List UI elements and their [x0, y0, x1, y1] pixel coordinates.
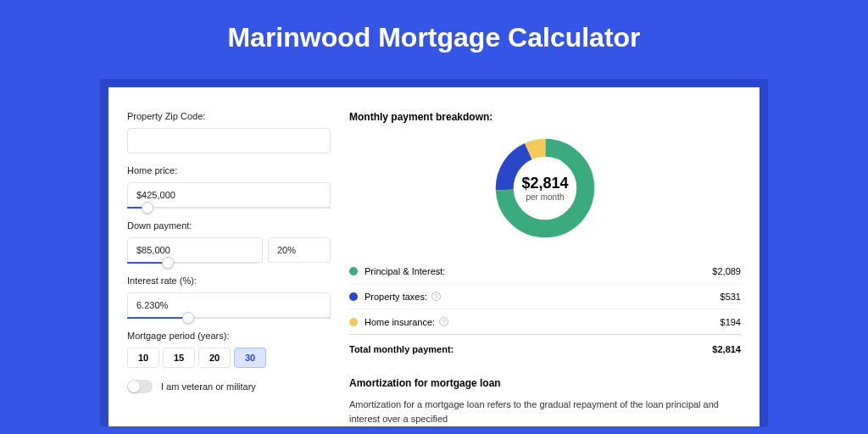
- veteran-toggle[interactable]: [127, 380, 153, 393]
- down-pct-input[interactable]: [268, 237, 331, 263]
- donut-amount: $2,814: [521, 175, 568, 192]
- page-title: Marinwood Mortgage Calculator: [0, 0, 868, 79]
- period-15[interactable]: 15: [163, 348, 195, 368]
- period-label: Mortgage period (years):: [127, 331, 331, 341]
- dot-principal: [349, 267, 358, 275]
- row-total: Total monthly payment: $2,814: [349, 335, 741, 364]
- price-input[interactable]: [127, 182, 331, 208]
- zip-input[interactable]: [127, 128, 331, 153]
- form-panel: Property Zip Code: Home price: Down paym…: [127, 111, 331, 403]
- donut-sub: per month: [526, 192, 564, 202]
- period-30[interactable]: 30: [234, 348, 266, 368]
- amortization-section: Amortization for mortgage loan Amortizat…: [349, 377, 741, 426]
- period-buttons: 10 15 20 30: [127, 348, 331, 368]
- down-label: Down payment:: [127, 220, 331, 231]
- donut-center: $2,814 per month: [492, 135, 598, 242]
- row-taxes: Property taxes:? $531: [349, 284, 741, 309]
- veteran-row: I am veteran or military: [127, 380, 331, 393]
- period-10[interactable]: 10: [127, 348, 159, 368]
- amort-title: Amortization for mortgage loan: [349, 377, 741, 389]
- down-amount-input[interactable]: [127, 237, 263, 263]
- price-slider-thumb[interactable]: [142, 202, 153, 214]
- info-icon[interactable]: ?: [439, 317, 448, 326]
- value-taxes: $531: [721, 292, 741, 302]
- down-slider-thumb[interactable]: [162, 257, 174, 269]
- calculator-card: Property Zip Code: Home price: Down paym…: [108, 87, 760, 426]
- dot-taxes: [349, 292, 358, 301]
- info-icon[interactable]: ?: [431, 292, 441, 301]
- rate-label: Interest rate (%):: [127, 275, 331, 286]
- payment-donut: $2,814 per month: [492, 135, 598, 242]
- rate-input[interactable]: [127, 292, 331, 318]
- rate-slider[interactable]: [127, 317, 331, 319]
- amort-text: Amortization for a mortgage loan refers …: [349, 398, 741, 426]
- breakdown-title: Monthly payment breakdown:: [349, 111, 741, 123]
- field-zip: Property Zip Code:: [127, 111, 331, 153]
- price-slider[interactable]: [127, 207, 331, 209]
- value-insurance: $194: [721, 317, 741, 327]
- field-period: Mortgage period (years): 10 15 20 30: [127, 331, 331, 368]
- label-total: Total monthly payment:: [349, 344, 712, 354]
- down-slider[interactable]: [127, 262, 258, 264]
- value-principal: $2,089: [712, 266, 741, 276]
- row-insurance: Home insurance:? $194: [349, 309, 741, 335]
- period-20[interactable]: 20: [198, 348, 231, 368]
- row-principal: Principal & Interest: $2,089: [349, 259, 741, 284]
- price-label: Home price:: [127, 165, 331, 175]
- label-principal: Principal & Interest:: [364, 266, 445, 276]
- value-total: $2,814: [712, 344, 741, 354]
- field-rate: Interest rate (%):: [127, 275, 331, 319]
- breakdown-panel: Monthly payment breakdown: $2,814 per mo…: [349, 111, 741, 403]
- calculator-shadow: Property Zip Code: Home price: Down paym…: [100, 79, 768, 426]
- dot-insurance: [349, 318, 358, 326]
- veteran-label: I am veteran or military: [161, 381, 256, 392]
- donut-container: $2,814 per month: [349, 135, 741, 242]
- rate-slider-thumb[interactable]: [182, 312, 194, 324]
- field-price: Home price:: [127, 165, 331, 209]
- field-down: Down payment:: [127, 220, 331, 264]
- label-taxes: Property taxes:: [364, 292, 427, 302]
- toggle-knob: [128, 381, 140, 392]
- label-insurance: Home insurance:: [364, 317, 435, 327]
- zip-label: Property Zip Code:: [127, 111, 331, 121]
